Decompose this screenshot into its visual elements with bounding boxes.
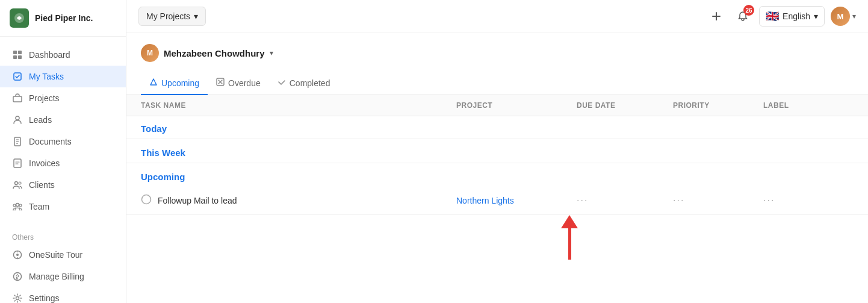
projects-icon (12, 93, 23, 104)
col-header-priority: PRIORITY (673, 101, 763, 110)
chevron-down-icon: ▾ (194, 11, 198, 21)
sidebar-item-label: Leads (29, 115, 52, 125)
notification-badge: 26 (743, 5, 754, 16)
content-area: M Mehzabeen Chowdhury ▾ Upcoming (126, 33, 868, 303)
svg-point-7 (16, 116, 19, 120)
sidebar-item-leads[interactable]: Leads (0, 109, 126, 131)
section-this-week-title: This Week (141, 148, 185, 158)
sidebar-item-label: Clients (29, 180, 55, 190)
sidebar-item-projects[interactable]: Projects (0, 87, 126, 109)
sidebar-item-manage-billing[interactable]: Manage Billing (0, 266, 126, 287)
topbar-actions: 26 🇬🇧 English ▾ M ▾ (706, 6, 856, 27)
section-today-title: Today (141, 123, 167, 134)
sidebar-item-clients[interactable]: Clients (0, 174, 126, 196)
svg-point-29 (142, 195, 151, 204)
user-selector[interactable]: M Mehzabeen Chowdhury ▾ (141, 44, 854, 62)
my-projects-button[interactable]: My Projects ▾ (138, 7, 206, 26)
arrow-shaft (568, 228, 571, 260)
user-avatar-small: M (141, 44, 159, 62)
others-section-title: Others (0, 227, 126, 244)
settings-icon (12, 293, 23, 303)
chevron-down-icon: ▾ (270, 49, 273, 57)
language-label: English (783, 11, 810, 21)
table-header: TASK NAME PROJECT DUE DATE PRIORITY LABE… (126, 95, 868, 116)
svg-point-23 (16, 297, 19, 300)
svg-rect-1 (13, 51, 17, 54)
svg-rect-6 (13, 96, 22, 102)
sidebar-item-dashboard[interactable]: Dashboard (0, 44, 126, 66)
svg-point-14 (19, 182, 21, 184)
arrow-annotation (126, 215, 868, 263)
svg-rect-3 (13, 55, 17, 59)
my-projects-label: My Projects (146, 11, 190, 21)
sidebar-item-label: OneSuite Tour (29, 250, 82, 260)
sidebar-item-team[interactable]: Team (0, 196, 126, 217)
flag-icon: 🇬🇧 (766, 10, 779, 23)
task-priority-cell: ··· (673, 195, 763, 206)
completed-tab-icon (277, 78, 286, 88)
task-project-cell: Northern Lights (456, 196, 577, 205)
task-due-date-cell: ··· (577, 195, 673, 206)
language-button[interactable]: 🇬🇧 English ▾ (759, 6, 825, 27)
red-arrow (199, 215, 868, 260)
user-avatar: M (831, 7, 850, 26)
sidebar-item-label: Manage Billing (29, 272, 84, 281)
col-header-task-name: TASK NAME (141, 101, 456, 110)
sidebar-item-label: Documents (29, 137, 72, 146)
sidebar-item-onesuite-tour[interactable]: OneSuite Tour (0, 244, 126, 266)
add-button[interactable] (706, 6, 727, 27)
col-header-label: LABEL (763, 101, 854, 110)
team-icon (12, 201, 23, 212)
user-menu-button[interactable]: M ▾ (831, 7, 856, 26)
task-table: TASK NAME PROJECT DUE DATE PRIORITY LABE… (126, 95, 868, 263)
svg-point-19 (16, 254, 19, 256)
billing-icon (12, 271, 23, 282)
sidebar-item-label: Invoices (29, 158, 60, 168)
svg-point-17 (19, 204, 22, 207)
logo-icon (10, 8, 29, 28)
sidebar-item-invoices[interactable]: Invoices (0, 152, 126, 174)
sidebar-item-documents[interactable]: Documents (0, 131, 126, 152)
notifications-button[interactable]: 26 (733, 6, 753, 27)
documents-icon (12, 136, 23, 147)
upcoming-tab-icon (149, 78, 158, 88)
task-label-cell: ··· (763, 195, 854, 206)
svg-rect-12 (14, 159, 21, 167)
clients-icon (12, 180, 23, 190)
topbar: My Projects ▾ 26 🇬🇧 English (126, 0, 868, 33)
user-name: Mehzabeen Chowdhury (164, 48, 265, 58)
app-name: Pied Piper Inc. (35, 13, 93, 23)
section-this-week: This Week (126, 139, 868, 163)
sidebar-item-label: Settings (29, 293, 60, 303)
sidebar-item-label: My Tasks (29, 72, 64, 81)
leads-icon (12, 114, 23, 125)
project-link[interactable]: Northern Lights (456, 196, 514, 205)
app-logo: Pied Piper Inc. (0, 0, 126, 37)
tab-overdue-label: Overdue (228, 78, 261, 88)
sidebar-item-settings[interactable]: Settings (0, 287, 126, 303)
tab-overdue[interactable]: Overdue (208, 72, 269, 95)
sidebar-item-label: Team (29, 202, 49, 211)
section-upcoming: Upcoming (126, 163, 868, 187)
sidebar-item-label: Dashboard (29, 50, 70, 60)
section-today: Today (126, 116, 868, 139)
svg-rect-4 (18, 55, 22, 59)
svg-rect-2 (18, 51, 22, 54)
invoices-icon (12, 158, 23, 169)
task-tabs: Upcoming Overdue Complet (126, 72, 868, 95)
tab-completed-label: Completed (290, 78, 330, 88)
task-name-text: Followup Mail to lead (158, 196, 237, 205)
sidebar-others: Others OneSuite Tour Manage Billing (0, 225, 126, 303)
priority-dots[interactable]: ··· (673, 195, 684, 205)
main-content: My Projects ▾ 26 🇬🇧 English (126, 0, 868, 303)
overdue-tab-icon (216, 78, 225, 88)
tab-upcoming-label: Upcoming (161, 78, 199, 88)
sidebar-nav: Dashboard My Tasks Projects (0, 37, 126, 225)
due-date-dots[interactable]: ··· (577, 195, 588, 205)
tab-completed[interactable]: Completed (269, 72, 339, 95)
tab-upcoming[interactable]: Upcoming (141, 72, 208, 95)
task-check-icon[interactable] (141, 194, 152, 207)
label-dots[interactable]: ··· (763, 195, 775, 205)
sidebar-item-my-tasks[interactable]: My Tasks (0, 66, 126, 87)
dashboard-icon (12, 49, 23, 60)
